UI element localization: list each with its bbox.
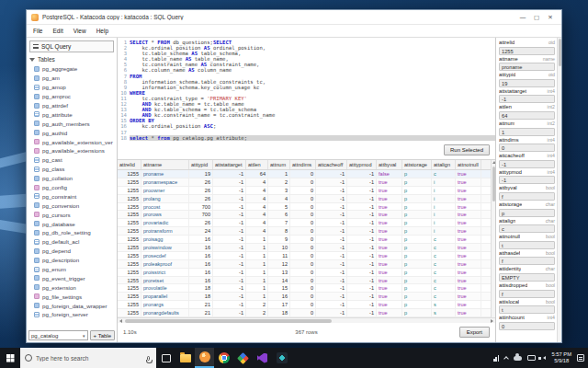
maximize-button[interactable]: ▢ <box>530 12 543 23</box>
column-header-attnum[interactable]: attnum <box>268 160 290 169</box>
result-row[interactable]: 1255proretset16-11140-1-1truepctrue <box>118 277 495 285</box>
column-header-attnotnull[interactable]: attnotnull <box>456 160 481 169</box>
column-header-attalign[interactable]: attalign <box>432 160 456 169</box>
column-header-attlen[interactable]: attlen <box>246 160 268 169</box>
add-table-button[interactable]: + Table <box>90 330 115 340</box>
run-selected-button[interactable]: Run Selected <box>444 144 490 155</box>
sidebar-item-pg_amop[interactable]: pg_amop <box>27 83 117 92</box>
sidebar-item-pg_cursors[interactable]: pg_cursors <box>27 210 117 219</box>
result-row[interactable]: 1255prolang26-1440-1-1truepitrue <box>118 195 495 203</box>
sidebar-item-pg_foreign_data_wrapper[interactable]: pg_foreign_data_wrapper <box>27 301 117 310</box>
microphone-icon[interactable] <box>147 356 150 361</box>
start-button[interactable] <box>0 348 20 368</box>
result-row[interactable]: 1255proname19-16410-1-1falsepctrue <box>118 170 495 178</box>
result-row[interactable]: 1255proparallel18-11160-1-1truepctrue <box>118 293 495 301</box>
result-row[interactable]: 1255proleakproof16-11120-1-1truepctrue <box>118 260 495 269</box>
media-app-button[interactable] <box>272 348 291 368</box>
column-header-attcacheoff[interactable]: attcacheoff <box>316 160 347 169</box>
sidebar-item-pg_am[interactable]: pg_am <box>27 74 117 83</box>
field-value-input[interactable]: -1 <box>499 160 555 168</box>
result-row[interactable]: 1255proiswindow16-11100-1-1truepctrue <box>118 244 495 252</box>
sidebar-item-pg_cast[interactable]: pg_cast <box>27 155 117 165</box>
signal-icon[interactable] <box>493 355 499 362</box>
sidebar-item-pg_description[interactable]: pg_description <box>27 256 117 265</box>
title-bar[interactable]: PostgreSQL - Katacoda copy : katacoda : … <box>27 10 561 25</box>
tables-tree-header[interactable]: Tables <box>27 54 117 64</box>
field-value-input[interactable]: 1255 <box>499 47 555 55</box>
chrome-button[interactable] <box>214 348 233 368</box>
sidebar-item-pg_available_extension_ver[interactable]: pg_available_extension_ver <box>27 137 117 146</box>
sidebar-item-pg_file_settings[interactable]: pg_file_settings <box>27 292 117 301</box>
field-value-input[interactable]: f <box>499 257 555 265</box>
sidebar-item-pg_collation[interactable]: pg_collation <box>27 174 117 183</box>
sidebar-item-pg_class[interactable]: pg_class <box>27 165 117 174</box>
column-header-attbyval[interactable]: attbyval <box>377 160 402 169</box>
minimize-button[interactable]: — <box>516 12 529 23</box>
sidebar-item-pg_auth_members[interactable]: pg_auth_members <box>27 119 117 128</box>
sidebar-item-pg_amproc[interactable]: pg_amproc <box>27 92 117 101</box>
display-icon[interactable] <box>527 355 536 362</box>
field-value-input[interactable]: 0 <box>499 322 555 330</box>
field-value-input[interactable]: f <box>499 192 555 201</box>
visual-studio-button[interactable] <box>253 348 272 368</box>
task-view-button[interactable] <box>156 348 175 368</box>
editor-line[interactable]: 18select * from pg_catalog.pg_attribute; <box>118 135 495 141</box>
field-value-input[interactable]: 19 <box>499 79 555 87</box>
sidebar-item-pg_config[interactable]: pg_config <box>27 183 117 192</box>
export-button[interactable]: Export <box>459 327 490 338</box>
sidebar-item-pg_database[interactable]: pg_database <box>27 219 117 228</box>
field-value-input[interactable]: 1 <box>499 128 555 136</box>
result-row[interactable]: 1255pronargs21-12170-1-1truepstrue <box>118 301 495 309</box>
menu-file[interactable]: File <box>33 28 42 34</box>
field-value-input[interactable]: EMPTY <box>499 273 555 282</box>
menu-view[interactable]: View <box>74 28 86 34</box>
field-value-input[interactable]: c <box>499 224 555 233</box>
field-value-input[interactable]: t <box>499 241 555 249</box>
result-row[interactable]: 1255proowner26-1430-1-1truepitrue <box>118 187 495 195</box>
sidebar-item-pg_available_extensions[interactable]: pg_available_extensions <box>27 146 117 155</box>
sidebar-item-pg_attribute[interactable]: pg_attribute <box>27 109 117 119</box>
sql-editor[interactable]: 1SELECT * FROM db_questions;SELECT2 kc.o… <box>118 38 495 141</box>
file-explorer-button[interactable] <box>175 348 195 368</box>
sidebar-item-pg_foreign_server[interactable]: pg_foreign_server <box>27 310 117 319</box>
volume-icon[interactable] <box>541 356 546 360</box>
schema-select[interactable]: pg_catalog ▾ <box>28 330 88 340</box>
field-value-input[interactable]: 0 <box>499 144 555 152</box>
column-header-atttypmod[interactable]: atttypmod <box>347 160 377 169</box>
result-row[interactable]: 1255proisstrict16-11130-1-1truepctrue <box>118 269 495 277</box>
column-header-atttypid[interactable]: atttypid <box>189 160 213 169</box>
result-row[interactable]: 1255provolatile18-11150-1-1truepctrue <box>118 284 495 293</box>
sidebar-item-pg_conversion[interactable]: pg_conversion <box>27 201 117 210</box>
field-value-input[interactable]: -1 <box>499 95 555 103</box>
sidebar-item-pg_enum[interactable]: pg_enum <box>27 265 117 274</box>
onedrive-cloud-icon[interactable] <box>514 356 522 361</box>
action-center-icon[interactable] <box>577 354 584 362</box>
field-value-input[interactable]: p <box>499 209 555 217</box>
sidebar-item-sql-query[interactable]: SQL Query <box>29 40 114 52</box>
scrollbar-thumb[interactable] <box>559 39 561 66</box>
field-value-input[interactable]: t <box>499 305 555 314</box>
result-row[interactable]: 1255procost700-1450-1-1truepitrue <box>118 203 495 212</box>
result-row[interactable]: 1255provariadic26-1470-1-1truepitrue <box>118 219 495 227</box>
column-header-attstattarget[interactable]: attstattarget <box>213 160 246 169</box>
result-row[interactable]: 1255proisagg16-1190-1-1truepctrue <box>118 236 495 244</box>
column-header-attname[interactable]: attname <box>141 160 189 169</box>
result-row[interactable]: 1255protransform24-1480-1-1truepitrue <box>118 227 495 236</box>
sidebar-item-pg_constraint[interactable]: pg_constraint <box>27 191 117 201</box>
menu-edit[interactable]: Edit <box>52 28 62 34</box>
column-header-attndims[interactable]: attndims <box>290 160 316 169</box>
column-header-attstorage[interactable]: attstorage <box>402 160 432 169</box>
hidden-icons-caret-icon[interactable] <box>504 356 510 362</box>
scrollbar-thumb[interactable] <box>125 319 332 323</box>
sidebar-item-pg_aggregate[interactable]: pg_aggregate <box>27 64 117 74</box>
result-row[interactable]: 1255pronamespace26-1420-1-1truepitrue <box>118 178 495 187</box>
sidebar-item-pg_event_trigger[interactable]: pg_event_trigger <box>27 273 117 282</box>
field-value-input[interactable]: -1 <box>499 176 555 184</box>
field-value-input[interactable]: 64 <box>499 111 555 120</box>
menu-help[interactable]: Help <box>96 28 108 34</box>
field-value-input[interactable]: proname <box>499 63 555 71</box>
diagram-app-button[interactable] <box>233 348 253 368</box>
postbird-app-button[interactable] <box>195 348 214 368</box>
sidebar-item-pg_depend[interactable]: pg_depend <box>27 247 117 256</box>
close-button[interactable]: ✕ <box>544 12 557 23</box>
